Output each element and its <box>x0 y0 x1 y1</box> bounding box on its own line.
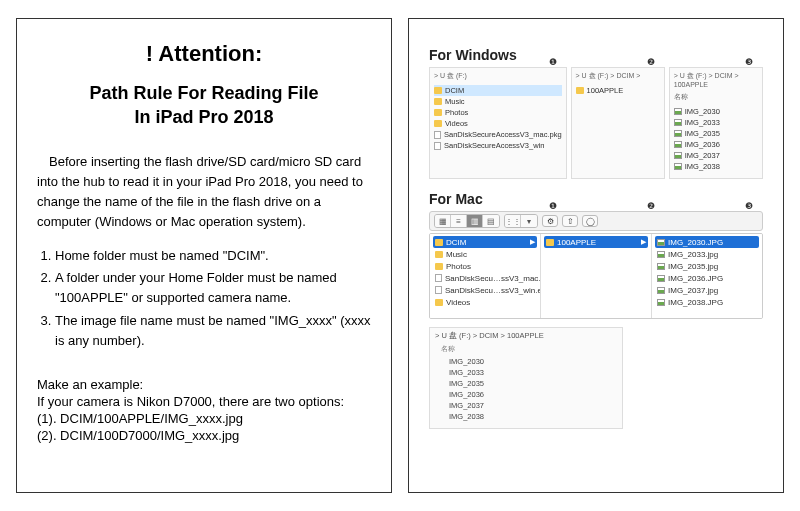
windows-col-3: > U 盘 (F:) > DCIM > 100APPLE 名称 IMG_2030… <box>669 67 763 179</box>
left-panel: ! Attention: Path Rule For Reading File … <box>16 18 392 493</box>
chevron-down-icon[interactable]: ▾ <box>521 215 537 227</box>
windows-col-1: > U 盘 (F:) DCIM Music Photos Videos SanD… <box>429 67 567 179</box>
share-icon: ⇧ <box>567 217 574 226</box>
image-item[interactable]: IMG_2038 <box>674 161 758 172</box>
mac-section-label: For Mac <box>429 191 483 207</box>
image-icon <box>674 108 682 115</box>
step-number-3: ❸ <box>745 57 753 67</box>
image-icon <box>674 163 682 170</box>
list-view-icon[interactable]: ≡ <box>451 215 467 227</box>
tag-button[interactable]: ◯ <box>582 215 598 227</box>
image-item[interactable]: IMG_2030.JPG <box>655 236 759 248</box>
image-item[interactable]: IMG_2038 <box>435 411 617 422</box>
folder-item[interactable]: Videos <box>434 118 562 129</box>
folder-icon <box>435 299 443 306</box>
finder-col-2: 100APPLE▶ <box>541 234 652 318</box>
windows-explorer-row: > U 盘 (F:) DCIM Music Photos Videos SanD… <box>429 67 763 179</box>
view-mode-segment[interactable]: ▦ ≡ ▥ ▤ <box>434 214 500 228</box>
chevron-right-icon: ▶ <box>641 238 646 246</box>
rule-item: Home folder must be named "DCIM". <box>55 246 371 266</box>
step-number-1: ❶ <box>549 57 557 67</box>
image-item[interactable]: IMG_2035 <box>674 128 758 139</box>
image-item[interactable]: IMG_2033 <box>435 367 617 378</box>
image-icon <box>674 152 682 159</box>
file-item[interactable]: SanDiskSecu…ssV3_win.exe <box>433 284 537 296</box>
example-option-1: (1). DCIM/100APPLE/IMG_xxxx.jpg <box>37 411 371 426</box>
gallery-view-icon[interactable]: ▤ <box>483 215 499 227</box>
image-item[interactable]: IMG_2038.JPG <box>655 296 759 308</box>
tag-icon: ◯ <box>586 217 595 226</box>
folder-item[interactable]: Photos <box>433 260 537 272</box>
rule-item: The image file name must be named "IMG_x… <box>55 311 371 351</box>
image-icon <box>674 130 682 137</box>
folder-icon <box>434 109 442 116</box>
file-item[interactable]: SanDiskSecureAccessV3_mac.pkg <box>434 129 562 140</box>
arrange-icon[interactable]: ⋮⋮ <box>505 215 521 227</box>
column-header: 名称 <box>441 344 617 354</box>
right-panel: For Windows ❶ ❷ ❸ > U 盘 (F:) DCIM Music … <box>408 18 784 493</box>
image-icon <box>657 287 665 294</box>
image-item[interactable]: IMG_2036.JPG <box>655 272 759 284</box>
folder-icon <box>435 251 443 258</box>
folder-item[interactable]: Photos <box>434 107 562 118</box>
file-icon <box>435 274 442 282</box>
folder-item[interactable]: Music <box>434 96 562 107</box>
page-title: Path Rule For Reading File In iPad Pro 2… <box>37 81 371 130</box>
image-icon <box>657 251 665 258</box>
file-item[interactable]: SanDiskSecu…ssV3_mac.pkg <box>433 272 537 284</box>
breadcrumb: > U 盘 (F:) > DCIM > <box>576 71 660 81</box>
image-item[interactable]: IMG_2037.jpg <box>655 284 759 296</box>
title-line-1: Path Rule For Reading File <box>89 83 318 103</box>
gear-icon: ⚙ <box>547 217 554 226</box>
arrange-segment[interactable]: ⋮⋮ ▾ <box>504 214 538 228</box>
folder-item[interactable]: DCIM▶ <box>433 236 537 248</box>
image-item[interactable]: IMG_2033 <box>674 117 758 128</box>
folder-item[interactable]: 100APPLE <box>576 85 660 96</box>
file-icon <box>434 131 441 139</box>
column-view-icon[interactable]: ▥ <box>467 215 483 227</box>
windows-explorer-bottom: > U 盘 (F:) > DCIM > 100APPLE 名称 IMG_2030… <box>429 327 623 429</box>
rules-list: Home folder must be named "DCIM". A fold… <box>37 246 371 351</box>
image-item[interactable]: IMG_2035.jpg <box>655 260 759 272</box>
folder-item[interactable]: DCIM <box>434 85 562 96</box>
folder-item[interactable]: Videos <box>433 296 537 308</box>
folder-icon <box>434 98 442 105</box>
folder-icon <box>546 239 554 246</box>
icon-view-icon[interactable]: ▦ <box>435 215 451 227</box>
folder-icon <box>435 263 443 270</box>
image-item[interactable]: IMG_2037 <box>674 150 758 161</box>
file-icon <box>434 142 441 150</box>
image-item[interactable]: IMG_2036 <box>435 389 617 400</box>
step-number-2: ❷ <box>647 201 655 211</box>
intro-paragraph: Before inserting the flash drive/SD card… <box>37 152 371 233</box>
step-number-3: ❸ <box>745 201 753 211</box>
finder-toolbar: ▦ ≡ ▥ ▤ ⋮⋮ ▾ ⚙ ⇧ ◯ <box>429 211 763 231</box>
image-icon <box>657 299 665 306</box>
rule-item: A folder under your Home Folder must be … <box>55 268 371 308</box>
windows-section-label: For Windows <box>429 47 517 63</box>
folder-icon <box>435 239 443 246</box>
share-button[interactable]: ⇧ <box>562 215 578 227</box>
folder-icon <box>576 87 584 94</box>
attention-heading: ! Attention: <box>37 41 371 67</box>
action-gear-button[interactable]: ⚙ <box>542 215 558 227</box>
image-item[interactable]: IMG_2030 <box>435 356 617 367</box>
example-intro: If your camera is Nikon D7000, there are… <box>37 394 371 409</box>
example-head: Make an example: <box>37 377 371 392</box>
breadcrumb: > U 盘 (F:) > DCIM > 100APPLE <box>435 331 617 341</box>
folder-icon <box>434 120 442 127</box>
folder-item[interactable]: 100APPLE▶ <box>544 236 648 248</box>
image-item[interactable]: IMG_2035 <box>435 378 617 389</box>
image-item[interactable]: IMG_2036 <box>674 139 758 150</box>
finder-col-3: IMG_2030.JPG IMG_2033.jpg IMG_2035.jpg I… <box>652 234 762 318</box>
image-icon <box>674 141 682 148</box>
image-item[interactable]: IMG_2037 <box>435 400 617 411</box>
finder-columns: DCIM▶ Music Photos SanDiskSecu…ssV3_mac.… <box>429 233 763 319</box>
file-item[interactable]: SanDiskSecureAccessV3_win <box>434 140 562 151</box>
image-item[interactable]: IMG_2033.jpg <box>655 248 759 260</box>
image-icon <box>657 239 665 246</box>
windows-col-2: > U 盘 (F:) > DCIM > 100APPLE <box>571 67 665 179</box>
finder-col-1: DCIM▶ Music Photos SanDiskSecu…ssV3_mac.… <box>430 234 541 318</box>
image-item[interactable]: IMG_2030 <box>674 106 758 117</box>
folder-item[interactable]: Music <box>433 248 537 260</box>
